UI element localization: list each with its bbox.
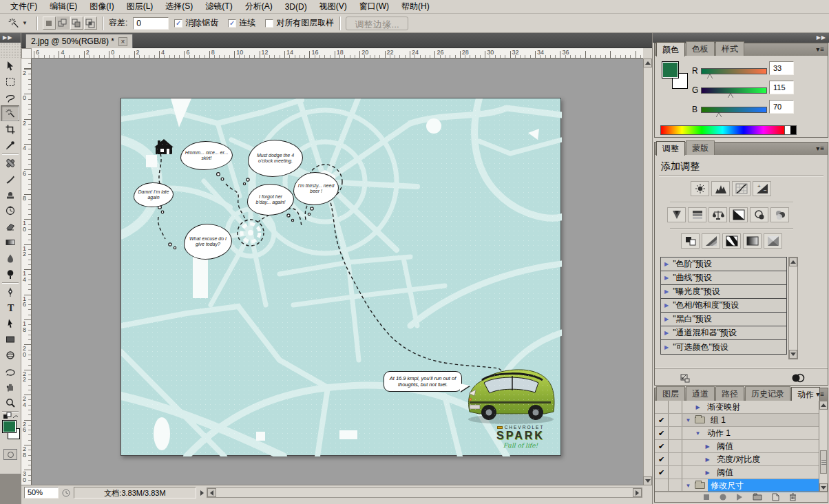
photo-filter-icon[interactable] — [750, 207, 768, 222]
preset-row[interactable]: ▶"可选颜色"预设 — [661, 340, 786, 354]
selective-color-icon[interactable] — [764, 233, 782, 249]
item-checkbox[interactable] — [655, 479, 669, 492]
magic-wand-tool[interactable] — [1, 105, 19, 121]
menu-item[interactable]: 滤镜(T) — [199, 0, 238, 14]
foreground-color-swatch[interactable] — [662, 61, 679, 78]
preset-row[interactable]: ▶"色阶"预设 — [661, 258, 786, 271]
refine-edge-button[interactable]: 调整边缘... — [346, 17, 408, 30]
delete-icon[interactable] — [789, 493, 797, 501]
threshold-icon[interactable] — [722, 233, 741, 249]
scroll-up-icon[interactable] — [643, 59, 652, 67]
3d-orbit-tool[interactable] — [1, 363, 19, 379]
horizontal-scrollbar[interactable] — [207, 487, 642, 498]
expand-icon[interactable]: ▶ — [664, 261, 669, 267]
menu-item[interactable]: 选择(S) — [159, 0, 199, 14]
menu-item[interactable]: 分析(A) — [239, 0, 279, 14]
action-row[interactable]: ✔▼动作 1 — [655, 427, 819, 440]
menu-item[interactable]: 图层(L) — [120, 0, 160, 14]
scroll-left-icon[interactable] — [207, 488, 216, 497]
collapse-icon[interactable]: ▼ — [684, 417, 692, 423]
action-row[interactable]: ✔▶亮度/对比度 — [655, 453, 819, 466]
move-tool[interactable] — [1, 58, 19, 74]
dodge-tool[interactable] — [1, 266, 19, 282]
tab-dock-2[interactable]: 路径 — [715, 386, 744, 401]
tolerance-input[interactable] — [133, 17, 169, 30]
menu-item[interactable]: 文件(F) — [4, 0, 43, 14]
invert-icon[interactable] — [681, 233, 700, 249]
canvas[interactable]: Damn! I'm late again Hmmm... nice... er.… — [120, 98, 561, 456]
stop-icon[interactable] — [703, 494, 710, 501]
path-select-tool[interactable] — [1, 315, 19, 331]
status-menu-icon[interactable] — [61, 488, 71, 498]
spot-healing-tool[interactable] — [1, 155, 19, 171]
preset-row[interactable]: ▶"曝光度"预设 — [661, 285, 786, 299]
green-value-field[interactable]: 115 — [769, 81, 794, 94]
expand-icon[interactable]: ▶ — [704, 470, 711, 476]
posterize-icon[interactable] — [702, 233, 720, 249]
marquee-tool[interactable] — [1, 74, 19, 90]
menu-item[interactable]: 编辑(E) — [43, 0, 83, 14]
hue-saturation-icon[interactable] — [688, 207, 706, 222]
clone-stamp-tool[interactable] — [1, 187, 19, 202]
hand-tool[interactable] — [1, 379, 19, 395]
dialog-toggle-cell[interactable] — [669, 479, 682, 492]
gradient-tool[interactable] — [1, 234, 19, 250]
menu-item[interactable]: 视图(V) — [313, 0, 353, 14]
exposure-icon[interactable]: +− — [753, 181, 771, 196]
slider-thumb[interactable] — [716, 113, 722, 118]
red-value-field[interactable]: 33 — [769, 61, 794, 75]
expand-icon[interactable]: ▶ — [704, 456, 711, 463]
presets-scrollbar[interactable] — [788, 257, 798, 359]
menu-item[interactable]: 图像(I) — [83, 0, 120, 14]
tab-dock-1[interactable]: 通道 — [686, 386, 715, 401]
preset-row[interactable]: ▶"曲线"预设 — [661, 271, 786, 285]
actions-scrollbar[interactable] — [819, 401, 828, 492]
blue-value-field[interactable]: 70 — [769, 100, 794, 114]
close-icon[interactable]: × — [118, 37, 127, 46]
black-white-icon[interactable] — [729, 207, 748, 222]
item-enabled-checkbox[interactable]: ✔ — [655, 466, 669, 479]
item-enabled-checkbox[interactable]: ✔ — [655, 453, 669, 465]
preset-row[interactable]: ▶"色相/饱和度"预设 — [661, 299, 786, 313]
item-checkbox[interactable] — [655, 401, 669, 413]
item-enabled-checkbox[interactable]: ✔ — [655, 414, 669, 426]
3d-rotate-tool[interactable] — [1, 347, 19, 363]
preset-row[interactable]: ▶"通道混和器"预设 — [661, 326, 786, 340]
slider-thumb[interactable] — [707, 74, 713, 79]
green-slider[interactable] — [701, 87, 767, 94]
levels-icon[interactable] — [711, 181, 730, 196]
tab-dock-3[interactable]: 历史记录 — [745, 386, 790, 401]
expand-icon[interactable]: ▶ — [664, 344, 669, 350]
dialog-toggle-cell[interactable] — [669, 466, 682, 479]
expand-icon[interactable]: ▶ — [664, 302, 669, 308]
preset-row[interactable]: ▶"黑白"预设 — [661, 313, 786, 326]
type-tool[interactable]: T — [1, 300, 19, 315]
option-checkbox[interactable]: ✓连续 — [228, 17, 255, 29]
dialog-toggle-cell[interactable] — [669, 440, 682, 452]
item-enabled-checkbox[interactable]: ✔ — [655, 427, 669, 439]
expand-icon[interactable]: ▶ — [664, 330, 669, 336]
menu-item[interactable]: 帮助(H) — [395, 0, 436, 14]
pen-tool[interactable] — [1, 284, 19, 300]
brush-tool[interactable] — [1, 171, 19, 187]
quick-mask-button[interactable] — [3, 449, 17, 460]
scrollbar-thumb[interactable] — [820, 450, 827, 474]
tab-color-0[interactable]: 颜色 — [656, 42, 685, 56]
slider-thumb[interactable] — [728, 94, 733, 98]
checked-checkbox-icon[interactable]: ✓ — [228, 19, 236, 28]
zoom-level-field[interactable]: 50% — [24, 487, 59, 498]
dialog-toggle-cell[interactable] — [669, 453, 682, 465]
expand-icon[interactable]: ▶ — [704, 443, 711, 450]
blur-tool[interactable] — [1, 250, 19, 266]
selection-mode-subtract-button[interactable] — [70, 17, 83, 30]
clip-to-layer-icon[interactable] — [790, 373, 806, 383]
menu-item[interactable]: 窗口(W) — [353, 0, 395, 14]
collapse-panel-icon[interactable]: ▶▶ — [0, 33, 21, 43]
lasso-tool[interactable] — [1, 90, 19, 105]
item-enabled-checkbox[interactable]: ✔ — [655, 440, 669, 452]
curves-icon[interactable] — [732, 181, 751, 196]
tab-adjust-0[interactable]: 调整 — [656, 141, 685, 156]
eraser-tool[interactable] — [1, 218, 19, 234]
expand-icon[interactable]: ▶ — [664, 275, 669, 281]
scroll-down-icon[interactable] — [789, 350, 797, 359]
